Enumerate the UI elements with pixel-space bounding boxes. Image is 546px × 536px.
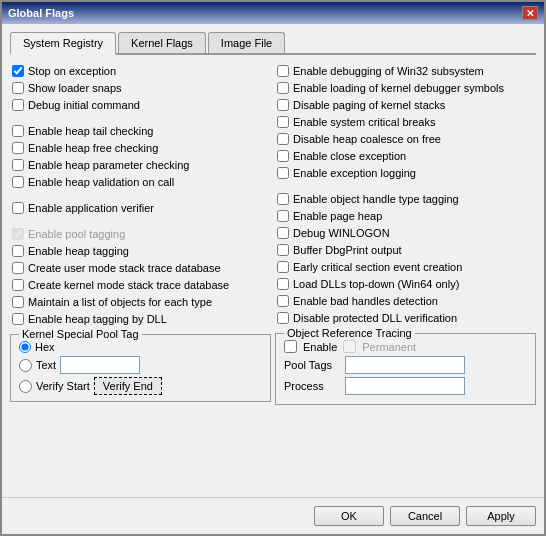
list-item: Debug initial command [10, 97, 271, 113]
enable-heap-param-label: Enable heap parameter checking [28, 159, 189, 171]
stop-on-exception-checkbox[interactable] [12, 65, 24, 77]
enable-ref-checkbox[interactable] [284, 340, 297, 353]
text-radio[interactable] [19, 359, 32, 372]
enable-heap-tagging-dll-checkbox[interactable] [12, 313, 24, 325]
list-item: Enable system critical breaks [275, 114, 536, 130]
enable-heap-tail-checkbox[interactable] [12, 125, 24, 137]
tab-kernel-flags[interactable]: Kernel Flags [118, 32, 206, 53]
list-item: Show loader snaps [10, 80, 271, 96]
list-item: Enable heap free checking [10, 140, 271, 156]
enable-heap-free-checkbox[interactable] [12, 142, 24, 154]
kernel-debugger-checkbox[interactable] [277, 82, 289, 94]
list-item: Enable bad handles detection [275, 293, 536, 309]
verify-start-radio[interactable] [19, 380, 32, 393]
enable-ref-label: Enable [303, 341, 337, 353]
global-flags-window: Global Flags ✕ System Registry Kernel Fl… [0, 0, 546, 536]
maintain-objects-label: Maintain a list of objects for each type [28, 296, 212, 308]
enable-close-exception-label: Enable close exception [293, 150, 406, 162]
tab-system-registry[interactable]: System Registry [10, 32, 116, 55]
content-area: System Registry Kernel Flags Image File … [2, 24, 544, 497]
stop-on-exception-label: Stop on exception [28, 65, 116, 77]
load-dlls-topdown-checkbox[interactable] [277, 278, 289, 290]
spacer [10, 191, 271, 199]
early-critical-checkbox[interactable] [277, 261, 289, 273]
list-item: Enable heap tagging [10, 243, 271, 259]
cancel-button[interactable]: Cancel [390, 506, 460, 526]
radio-hex: Hex [19, 341, 262, 353]
disable-heap-coalesce-checkbox[interactable] [277, 133, 289, 145]
pool-tags-row: Pool Tags [284, 356, 527, 374]
enable-exception-logging-checkbox[interactable] [277, 167, 289, 179]
right-column: Enable debugging of Win32 subsystem Enab… [275, 63, 536, 489]
object-ref-title: Object Reference Tracing [284, 327, 415, 339]
tab-image-file[interactable]: Image File [208, 32, 285, 53]
enable-heap-param-checkbox[interactable] [12, 159, 24, 171]
object-ref-group: Object Reference Tracing Enable Permanen… [275, 333, 536, 405]
list-item: Enable debugging of Win32 subsystem [275, 63, 536, 79]
spacer [10, 114, 271, 122]
verify-end-button[interactable]: Verify End [94, 377, 162, 395]
list-item: Enable heap tail checking [10, 123, 271, 139]
debug-winlogon-checkbox[interactable] [277, 227, 289, 239]
create-kernel-stack-checkbox[interactable] [12, 279, 24, 291]
debug-initial-command-label: Debug initial command [28, 99, 140, 111]
hex-radio[interactable] [19, 341, 31, 353]
list-item: Enable heap validation on call [10, 174, 271, 190]
radio-text-row: Text [19, 356, 262, 374]
list-item: Stop on exception [10, 63, 271, 79]
disable-paging-checkbox[interactable] [277, 99, 289, 111]
bad-handles-checkbox[interactable] [277, 295, 289, 307]
pool-tag-radio-group: Hex Text Verify Start Verify End [19, 341, 262, 395]
system-critical-label: Enable system critical breaks [293, 116, 435, 128]
system-critical-checkbox[interactable] [277, 116, 289, 128]
enable-app-verifier-checkbox[interactable] [12, 202, 24, 214]
disable-heap-coalesce-label: Disable heap coalesce on free [293, 133, 441, 145]
apply-button[interactable]: Apply [466, 506, 536, 526]
buffer-dbgprint-checkbox[interactable] [277, 244, 289, 256]
create-user-stack-label: Create user mode stack trace database [28, 262, 221, 274]
enable-heap-tagging-checkbox[interactable] [12, 245, 24, 257]
enable-pool-tagging-checkbox[interactable] [12, 228, 24, 240]
list-item: Disable protected DLL verification [275, 310, 536, 326]
show-loader-snaps-checkbox[interactable] [12, 82, 24, 94]
kernel-pool-tag-group: Kernel Special Pool Tag Hex Text [10, 334, 271, 402]
disable-protected-dll-checkbox[interactable] [277, 312, 289, 324]
two-columns: Stop on exception Show loader snaps Debu… [10, 63, 536, 489]
object-handle-label: Enable object handle type tagging [293, 193, 459, 205]
win32-debug-checkbox[interactable] [277, 65, 289, 77]
list-item: Enable loading of kernel debugger symbol… [275, 80, 536, 96]
pool-tags-label: Pool Tags [284, 359, 339, 371]
debug-initial-command-checkbox[interactable] [12, 99, 24, 111]
list-item: Disable paging of kernel stacks [275, 97, 536, 113]
early-critical-label: Early critical section event creation [293, 261, 462, 273]
enable-heap-tagging-dll-label: Enable heap tagging by DLL [28, 313, 167, 325]
verify-start-label: Verify Start [36, 380, 90, 392]
pool-tags-input[interactable] [345, 356, 465, 374]
list-item: Enable close exception [275, 148, 536, 164]
close-button[interactable]: ✕ [522, 6, 538, 20]
list-item: Enable application verifier [10, 200, 271, 216]
ok-button[interactable]: OK [314, 506, 384, 526]
debug-winlogon-label: Debug WINLOGON [293, 227, 390, 239]
text-input[interactable] [60, 356, 140, 374]
list-item: Buffer DbgPrint output [275, 242, 536, 258]
enable-close-exception-checkbox[interactable] [277, 150, 289, 162]
list-item: Disable heap coalesce on free [275, 131, 536, 147]
page-heap-checkbox[interactable] [277, 210, 289, 222]
tab-content: Stop on exception Show loader snaps Debu… [10, 63, 536, 489]
text-label: Text [36, 359, 56, 371]
process-row: Process [284, 377, 527, 395]
enable-heap-validation-label: Enable heap validation on call [28, 176, 174, 188]
bad-handles-label: Enable bad handles detection [293, 295, 438, 307]
page-heap-label: Enable page heap [293, 210, 382, 222]
process-label: Process [284, 380, 339, 392]
maintain-objects-checkbox[interactable] [12, 296, 24, 308]
enable-heap-validation-checkbox[interactable] [12, 176, 24, 188]
list-item: Maintain a list of objects for each type [10, 294, 271, 310]
kernel-debugger-label: Enable loading of kernel debugger symbol… [293, 82, 504, 94]
create-user-stack-checkbox[interactable] [12, 262, 24, 274]
object-handle-checkbox[interactable] [277, 193, 289, 205]
window-title: Global Flags [8, 7, 74, 19]
process-input[interactable] [345, 377, 465, 395]
permanent-checkbox[interactable] [343, 340, 356, 353]
